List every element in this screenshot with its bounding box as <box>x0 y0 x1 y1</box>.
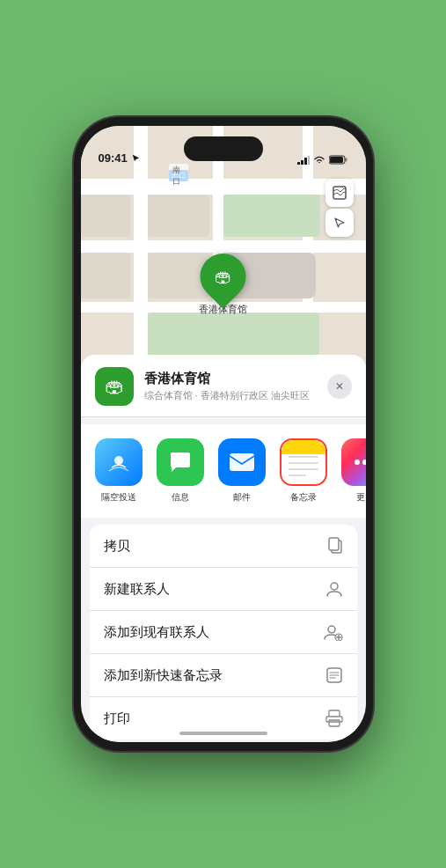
new-contact-icon <box>325 580 343 598</box>
venue-info: 香港体育馆 综合体育馆 · 香港特别行政区 油尖旺区 <box>144 371 317 402</box>
messages-icon <box>157 438 204 486</box>
road-horizontal-1 <box>81 179 366 195</box>
share-item-mail[interactable]: 邮件 <box>215 438 269 504</box>
svg-rect-24 <box>329 710 340 717</box>
map-type-button[interactable] <box>325 179 354 207</box>
actions-list: 拷贝 新建联系人 添加到现有联系人 <box>90 525 357 739</box>
airdrop-label: 隔空投送 <box>101 491 136 504</box>
road-horizontal-2 <box>81 240 366 253</box>
messages-label: 信息 <box>172 491 189 504</box>
quick-note-icon <box>325 666 343 684</box>
svg-rect-6 <box>345 158 347 162</box>
signal-icon <box>297 156 310 165</box>
more-label: 更多 <box>356 491 366 504</box>
share-item-airdrop[interactable]: 隔空投送 <box>91 438 146 504</box>
notes-line-1 <box>289 456 318 458</box>
pin-inner-icon: 🏟 <box>215 267 232 287</box>
svg-rect-1 <box>301 160 303 165</box>
notes-label: 备忘录 <box>290 491 317 504</box>
phone-frame: 09:41 <box>74 117 373 751</box>
print-icon <box>325 710 343 727</box>
notes-icon <box>280 438 327 486</box>
action-new-contact[interactable]: 新建联系人 <box>90 568 357 611</box>
action-copy[interactable]: 拷贝 <box>90 525 357 568</box>
map-block-5 <box>81 195 130 237</box>
notes-lines <box>289 456 318 476</box>
location-arrow-icon <box>132 154 140 162</box>
svg-point-10 <box>355 460 360 465</box>
mail-icon <box>218 438 266 486</box>
pin-circle: 🏟 <box>191 244 256 309</box>
share-item-messages[interactable]: 信息 <box>153 438 208 504</box>
battery-icon <box>329 155 348 165</box>
notes-line-4 <box>289 474 306 476</box>
wifi-icon <box>313 156 325 165</box>
svg-rect-0 <box>297 162 300 165</box>
map-block-1 <box>148 195 209 237</box>
sheet-header: 🏟 香港体育馆 综合体育馆 · 香港特别行政区 油尖旺区 ✕ <box>81 355 366 417</box>
svg-point-8 <box>114 456 123 465</box>
airdrop-svg <box>106 450 131 474</box>
status-time: 09:41 <box>99 151 128 165</box>
new-contact-label: 新建联系人 <box>104 581 170 598</box>
mail-svg <box>228 452 256 473</box>
home-indicator <box>179 732 267 735</box>
svg-point-15 <box>331 583 338 590</box>
svg-rect-3 <box>308 156 310 165</box>
phone-screen: 09:41 <box>81 126 366 742</box>
notes-line-2 <box>289 462 318 464</box>
bottom-sheet: 🏟 香港体育馆 综合体育馆 · 香港特别行政区 油尖旺区 ✕ <box>81 355 366 742</box>
svg-point-11 <box>362 460 366 465</box>
map-block-6 <box>81 253 130 298</box>
map-label-area: 出口 南口 <box>169 170 188 181</box>
more-dots-svg <box>354 457 366 467</box>
map-block-4 <box>148 313 319 357</box>
location-button[interactable] <box>325 209 354 237</box>
print-label: 打印 <box>104 710 130 727</box>
status-icons <box>297 155 348 165</box>
map-controls <box>325 179 354 237</box>
messages-svg <box>167 450 194 474</box>
airdrop-icon <box>95 438 143 486</box>
mail-label: 邮件 <box>233 491 251 504</box>
location-direction-icon <box>333 217 346 229</box>
more-icon <box>341 438 366 486</box>
close-button[interactable]: ✕ <box>327 374 352 399</box>
venue-icon: 🏟 <box>95 367 134 406</box>
copy-label: 拷贝 <box>104 538 130 555</box>
svg-rect-2 <box>304 158 307 165</box>
notes-line-3 <box>289 468 318 470</box>
map-block-2 <box>223 195 320 237</box>
add-contact-icon <box>324 623 343 641</box>
action-add-notes[interactable]: 添加到新快速备忘录 <box>90 654 357 697</box>
svg-point-16 <box>328 626 335 633</box>
venue-name: 香港体育馆 <box>144 371 317 387</box>
venue-subtitle: 综合体育馆 · 香港特别行政区 油尖旺区 <box>144 389 317 402</box>
svg-rect-25 <box>329 720 340 726</box>
svg-rect-14 <box>329 538 339 550</box>
notes-highlight <box>281 440 325 454</box>
share-row: 隔空投送 信息 <box>81 424 366 518</box>
copy-icon <box>327 537 343 555</box>
action-add-existing[interactable]: 添加到现有联系人 <box>90 611 357 654</box>
svg-rect-9 <box>230 453 254 471</box>
share-item-notes[interactable]: 备忘录 <box>276 438 331 504</box>
svg-rect-5 <box>330 157 343 163</box>
share-item-more[interactable]: 更多 <box>338 438 366 504</box>
add-existing-label: 添加到现有联系人 <box>104 624 209 641</box>
map-type-icon <box>333 186 347 200</box>
add-notes-label: 添加到新快速备忘录 <box>104 667 223 684</box>
location-pin: 🏟 香港体育馆 <box>199 254 247 316</box>
dynamic-island <box>184 136 263 161</box>
